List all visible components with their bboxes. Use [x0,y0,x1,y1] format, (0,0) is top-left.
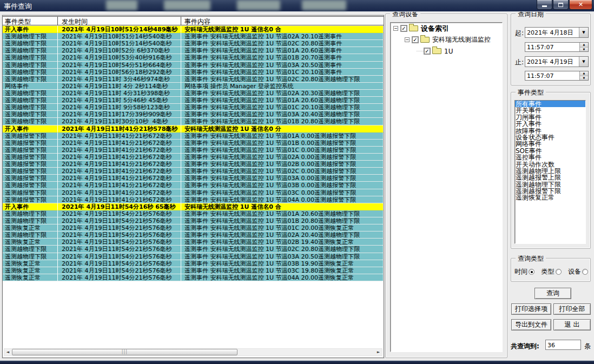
query-type-option[interactable]: 时间 [514,267,534,276]
table-row[interactable]: 遥测越报警下限2021年 4月19日11时41分21秒672毫秒遥测事件 安科瑞… [3,133,384,140]
query-button[interactable]: 查询 [534,288,571,299]
exit-button[interactable]: 退 出 [553,319,591,330]
table-row[interactable]: 遥测越物理下限2021年 4月19日11时 5分46秒 45毫秒遥测事件 安科瑞… [3,97,384,104]
table-row[interactable]: 遥测越物理下限2021年 4月19日11时54分21秒576毫秒遥测事件 安科瑞… [3,231,384,239]
event-type-option[interactable]: 网络事件 [515,141,585,147]
end-time-field[interactable]: 11:57:07 ▲ ▼ [525,71,589,81]
cell-time: 2021年 4月19日11时54分21秒576毫秒 [58,253,181,260]
checkbox-checked-icon[interactable]: ✓ [412,36,419,43]
table-row[interactable]: 遥测越报警下限2021年 4月19日11时41分21秒672毫秒遥测事件 安科瑞… [3,140,384,147]
event-type-option[interactable]: 遥测越报警上限 [515,174,585,181]
cell-content: 遥测事件 安科瑞无线测温监控 1U 节温01B 0.00遥测越报警下限 [181,140,384,147]
cell-content: 遥测事件 安科瑞无线测温监控 1U 节温02A 20.40遥测越物理下限 [181,231,384,239]
event-type-list[interactable]: 所有事件开关事件刀闸事件开入事件故障事件设备状态事件网络事件SOE事件遥控事件开… [514,100,586,244]
table-row[interactable]: 遥测越物理下限2021年 4月19日10时51分14秒540毫秒遥测事件 安科瑞… [3,33,384,40]
spin-down-icon[interactable]: ▼ [580,76,588,81]
table-row[interactable]: 遥测越报警下限2021年 4月19日11时41分21秒672毫秒遥测事件 安科瑞… [3,168,384,175]
table-row[interactable]: 遥测越物理下限2021年 4月19日11时17分39秒909毫秒遥测事件 安科瑞… [3,111,384,118]
table-row[interactable]: 遥测越报警下限2021年 4月19日11时41分21秒672毫秒遥测事件 安科瑞… [3,182,384,189]
close-button[interactable]: ✕ [569,0,592,10]
scrollbar-thumb[interactable]: ||| [12,349,237,355]
query-type-option[interactable]: 类型 [542,267,562,276]
print-selected-button[interactable]: 打印选择项 [511,303,551,315]
event-type-option[interactable]: 开关事件 [515,107,585,114]
horizontal-scrollbar[interactable]: ◄ ||| ► [4,348,382,356]
end-date-combo[interactable]: 2021年 4月19日 ▼ [525,56,589,67]
tree-item[interactable]: ✓1U [391,45,502,57]
spin-up-icon[interactable]: ▲ [580,71,588,76]
cell-event-type: 遥测越物理下限 [3,246,58,253]
cell-time: 2021年 4月19日11时30分10秒 4毫秒 [58,118,181,125]
table-row[interactable]: 遥测恢复正常2021年 4月19日11时54分21秒576毫秒遥测事件 安科瑞无… [3,224,384,231]
export-to-file-button[interactable]: 导出到文件 [511,319,551,330]
end-time-spinner[interactable]: ▲ ▼ [579,71,588,80]
query-type-option[interactable]: 设备 [568,267,588,276]
start-time-field[interactable]: 11:57:07 ▲ ▼ [525,42,589,52]
radio-checked-icon[interactable] [529,269,534,275]
print-all-button[interactable]: 打印全部 [553,303,591,315]
result-count-field[interactable]: 36 [545,340,581,350]
table-row[interactable]: 遥测恢复正常2021年 4月19日11时54分21秒576毫秒遥测事件 安科瑞无… [3,274,384,281]
table-row[interactable]: 遥测越物理下限2021年 4月19日10时52分 6秒370毫秒遥测事件 安科瑞… [3,47,384,54]
minimize-button[interactable] [537,0,552,10]
chevron-down-icon[interactable]: ▼ [579,57,588,67]
event-type-option[interactable]: 遥测恢复正常 [515,194,585,201]
cell-time: 2021年 4月19日11时54分21秒576毫秒 [58,246,181,253]
radio-icon[interactable] [582,269,588,275]
table-row[interactable]: 网络事件2021年 4月19日11时 4分 2秒114毫秒网络事项 操作员 Ma… [3,83,384,90]
table-row[interactable]: 开入事件2021年 4月19日11时54分16秒 65毫秒安科瑞无线测温监控 1… [3,203,384,210]
column-header-event-type[interactable]: 事件类型 [3,17,58,25]
table-row[interactable]: 遥测越报警下限2021年 4月19日11时41分21秒672毫秒遥测事件 安科瑞… [3,189,384,196]
tree-item[interactable]: −✓设备索引 [391,23,502,34]
start-date-combo[interactable]: 2021年 4月18日 ▼ [525,27,589,38]
cell-content: 遥测事件 安科瑞无线测温监控 1U 节温03B 19.90遥测恢复正常 [181,260,384,267]
table-row[interactable]: 遥测恢复正常2021年 4月19日11时54分21秒576毫秒遥测事件 安科瑞无… [3,260,384,267]
table-row[interactable]: 遥测越报警下限2021年 4月19日11时41分21秒672毫秒遥测事件 安科瑞… [3,161,384,168]
table-row[interactable]: 遥测越物理下限2021年 4月19日10时56分18秒292毫秒遥测事件 安科瑞… [3,69,384,76]
table-row[interactable]: 遥测越报警下限2021年 4月19日11时41分21秒672毫秒遥测事件 安科瑞… [3,147,384,154]
cell-time: 2021年 4月19日11时 4分 2秒114毫秒 [58,83,181,90]
checkbox-checked-icon[interactable]: ✓ [400,25,407,32]
chevron-down-icon[interactable]: ▼ [579,28,588,37]
table-row[interactable]: 遥测越物理下限2021年 4月19日11时54分21秒576毫秒遥测事件 安科瑞… [3,217,384,224]
scroll-right-icon[interactable]: ► [375,349,382,355]
table-row[interactable]: 遥测越物理下限2021年 4月19日11时54分21秒576毫秒遥测事件 安科瑞… [3,253,384,260]
table-row[interactable]: 遥测越报警下限2021年 4月19日11时41分21秒672毫秒遥测事件 安科瑞… [3,175,384,182]
cell-time: 2021年 4月19日11时41分21秒672毫秒 [58,168,181,175]
cell-event-type: 开入事件 [3,125,58,133]
column-header-time[interactable]: 发生时间 [58,17,181,25]
table-row[interactable]: 遥测越报警下限2021年 4月19日11时41分21秒672毫秒遥测事件 安科瑞… [3,196,384,203]
maximize-button[interactable] [553,0,569,10]
start-date-label: 起: [515,29,524,38]
scrollbar-track[interactable]: ||| [11,349,375,355]
event-type-option[interactable]: 遥控事件 [515,154,585,161]
spin-down-icon[interactable]: ▼ [580,47,588,52]
tree-collapse-icon[interactable]: − [393,26,398,31]
table-row[interactable]: 遥测恢复正常2021年 4月19日11时54分21秒576毫秒遥测事件 安科瑞无… [3,239,384,246]
table-row[interactable]: 遥测越物理下限2021年 4月19日10时51分14秒540毫秒遥测事件 安科瑞… [3,40,384,47]
table-row[interactable]: 遥测越物理下限2021年 4月19日10时54分51秒664毫秒遥测事件 安科瑞… [3,62,384,69]
table-row[interactable]: 遥测越物理下限2021年 4月19日11时 3分46秒974毫秒遥测事件 安科瑞… [3,76,384,83]
table-row[interactable]: 遥测越物理下限2021年 4月19日11时 4分31秒398毫秒遥测事件 安科瑞… [3,90,384,97]
table-row[interactable]: 遥测越物理下限2021年 4月19日11时 9分58秒123毫秒遥测事件 安科瑞… [3,104,384,111]
column-header-content[interactable]: 事件内容 [181,17,384,25]
checkbox-checked-icon[interactable]: ✓ [424,48,431,55]
tree-item[interactable]: −✓安科瑞无线测温监控 [391,34,502,45]
start-time-spinner[interactable]: ▲ ▼ [579,43,588,51]
spin-up-icon[interactable]: ▲ [580,43,588,47]
cell-content: 遥测事件 安科瑞无线测温监控 1U 节温02C 0.00遥测越报警下限 [181,168,384,175]
table-row[interactable]: 开入事件2021年 4月19日10时51分14秒489毫秒安科瑞无线测温监控 1… [3,26,384,33]
minimize-icon [542,5,547,7]
table-row[interactable]: 遥测越物理下限2021年 4月19日10时53分40秒916毫秒遥测事件 安科瑞… [3,54,384,61]
table-row[interactable]: 遥测越报警下限2021年 4月19日11时41分21秒672毫秒遥测事件 安科瑞… [3,154,384,161]
scroll-left-icon[interactable]: ◄ [4,349,11,355]
table-row[interactable]: 遥测越物理下限2021年 4月19日11时54分21秒576毫秒遥测事件 安科瑞… [3,246,384,253]
table-row[interactable]: 遥测越物理下限2021年 4月19日11时30分10秒 4毫秒遥测事件 安科瑞无… [3,118,384,125]
table-row[interactable]: 遥测恢复正常2021年 4月19日11时54分21秒576毫秒遥测事件 安科瑞无… [3,267,384,274]
table-row[interactable]: 开入事件2021年 4月19日11时41分21秒578毫秒安科瑞无线测温监控 1… [3,125,384,133]
table-row[interactable]: 遥测越物理下限2021年 4月19日11时54分21秒576毫秒遥测事件 安科瑞… [3,210,384,217]
tree-collapse-icon[interactable]: − [405,37,410,42]
event-type-option[interactable]: 开入事件 [515,121,585,127]
radio-icon[interactable] [556,269,562,275]
background-window-tab [164,0,210,10]
